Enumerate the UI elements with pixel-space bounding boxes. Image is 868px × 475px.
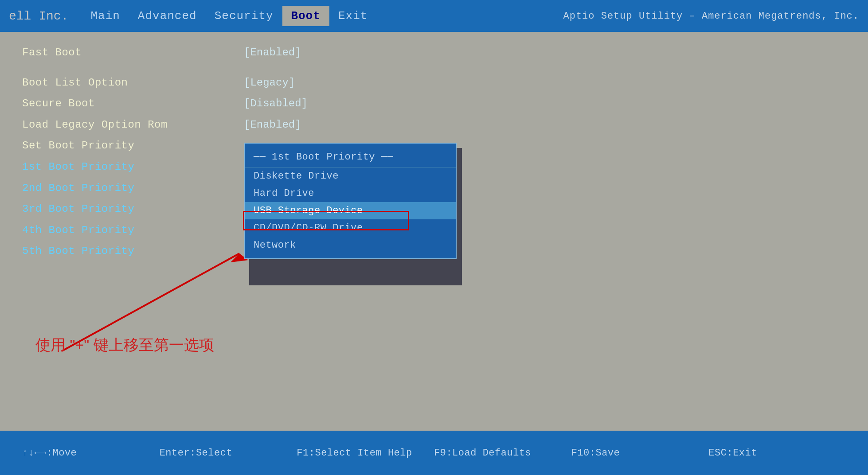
setting-label: Secure Boot [22,96,244,111]
popup-title: ── 1st Boot Priority ── [245,148,456,167]
main-content: Fast Boot[Enabled]Boot List Option[Legac… [0,32,868,431]
setting-value: [Enabled] [244,45,301,60]
popup-overlay: ── 1st Boot Priority ── Diskette DriveHa… [244,143,457,259]
status-bar: ↑↓←→:Move Enter:Select F1:Select Item He… [0,431,868,475]
popup-item[interactable]: Hard Drive [245,185,456,202]
setting-label: 5th Boot Priority [22,244,244,259]
tab-security[interactable]: Security [206,6,282,26]
chinese-annotation: 使用 "+" 键上移至第一选项 [35,335,214,355]
utility-title: Aptio Setup Utility – American Megatrend… [563,11,859,22]
status-esc: ESC:Exit [708,448,846,459]
tab-exit[interactable]: Exit [329,6,376,26]
popup-box[interactable]: ── 1st Boot Priority ── Diskette DriveHa… [244,143,457,259]
status-f9: F9:Load Defaults [434,448,571,459]
setting-label: Fast Boot [22,45,244,60]
setting-label: 3rd Boot Priority [22,202,244,217]
setting-row: Secure Boot[Disabled] [22,96,846,111]
setting-value: [Disabled] [244,96,308,111]
setting-label: 1st Boot Priority [22,160,244,175]
setting-label: 4th Boot Priority [22,223,244,238]
tab-advanced[interactable]: Advanced [129,6,206,26]
setting-label: Set Boot Priority [22,138,244,153]
status-enter: Enter:Select [160,448,297,459]
popup-item[interactable]: Diskette Drive [245,167,456,185]
tab-main[interactable]: Main [82,6,129,26]
setting-label: Load Legacy Option Rom [22,117,244,132]
status-f10: F10:Save [571,448,709,459]
menu-left: ell Inc. Main Advanced Security Boot Exi… [9,6,376,26]
popup-items: Diskette DriveHard DriveUSB Storage Devi… [245,167,456,254]
setting-label: 2nd Boot Priority [22,181,244,196]
status-f1: F1:Select Item Help [297,448,434,459]
vendor-name: ell Inc. [9,9,68,23]
menu-bar: ell Inc. Main Advanced Security Boot Exi… [0,0,868,32]
popup-item[interactable]: CD/DVD/CD-RW Drive [245,219,456,237]
status-move: ↑↓←→:Move [22,448,160,459]
setting-row: Fast Boot[Enabled] [22,45,846,60]
popup-item[interactable]: USB Storage Device [245,202,456,219]
setting-row: Load Legacy Option Rom[Enabled] [22,117,846,132]
setting-value: [Enabled] [244,117,301,132]
tab-boot[interactable]: Boot [282,6,329,26]
setting-row: Boot List Option[Legacy] [22,75,846,90]
setting-value: [Legacy] [244,75,295,90]
popup-item[interactable]: Network [245,237,456,254]
setting-label: Boot List Option [22,75,244,90]
